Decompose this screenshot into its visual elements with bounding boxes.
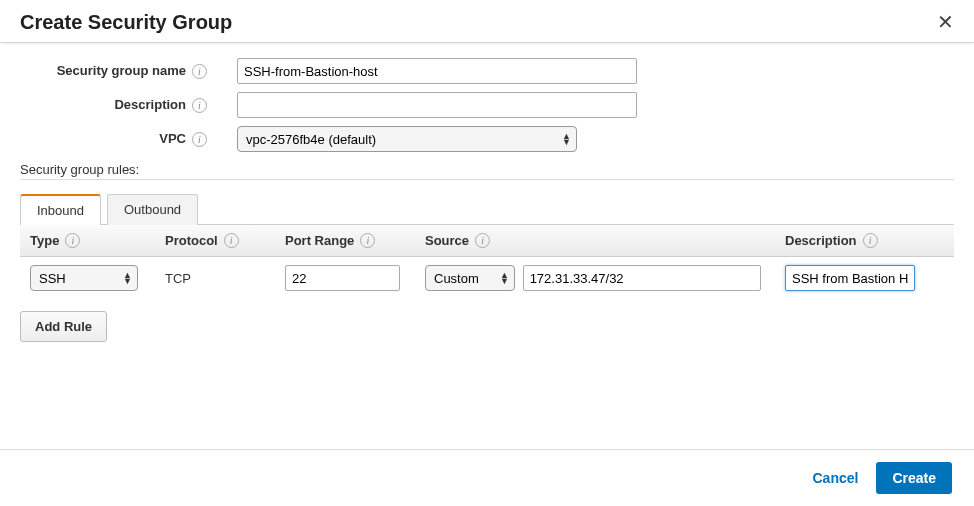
label-sg-name: Security group namei [20,63,215,79]
add-rule-button[interactable]: Add Rule [20,311,107,342]
info-icon[interactable]: i [360,233,375,248]
label-vpc: VPCi [20,131,215,147]
rules-section-label: Security group rules: [20,162,954,177]
dialog-content: Security group namei Descriptioni VPCi v… [0,43,974,449]
info-icon[interactable]: i [192,132,207,147]
info-icon[interactable]: i [224,233,239,248]
dialog-header: Create Security Group ✕ [0,0,974,43]
info-icon[interactable]: i [192,98,207,113]
description-input[interactable] [237,92,637,118]
rules-table: Typei Protocoli Port Rangei Sourcei Desc… [20,224,954,299]
rule-source-type-select[interactable]: Custom [425,265,515,291]
tab-inbound[interactable]: Inbound [20,194,101,225]
th-source: Sourcei [415,225,775,256]
rule-port-input[interactable] [285,265,400,291]
tab-outbound[interactable]: Outbound [107,194,198,225]
vpc-select[interactable]: vpc-2576fb4e (default) [237,126,577,152]
rule-source-input[interactable] [523,265,761,291]
th-protocol: Protocoli [155,225,275,256]
cancel-button[interactable]: Cancel [812,470,858,486]
info-icon[interactable]: i [475,233,490,248]
table-header: Typei Protocoli Port Rangei Sourcei Desc… [20,225,954,257]
info-icon[interactable]: i [65,233,80,248]
create-button[interactable]: Create [876,462,952,494]
th-port-range: Port Rangei [275,225,415,256]
rule-description-input[interactable] [785,265,915,291]
info-icon[interactable]: i [192,64,207,79]
close-icon[interactable]: ✕ [937,10,954,34]
rule-protocol-value: TCP [165,271,191,286]
th-type: Typei [20,225,155,256]
security-group-name-input[interactable] [237,58,637,84]
th-description: Descriptioni [775,225,954,256]
table-row: SSH ▲▼ TCP Custom ▲▼ [20,257,954,299]
dialog-footer: Cancel Create [0,449,974,506]
divider [20,179,954,180]
dialog-title: Create Security Group [20,11,232,34]
label-description: Descriptioni [20,97,215,113]
info-icon[interactable]: i [863,233,878,248]
rule-type-select[interactable]: SSH [30,265,138,291]
rules-tabs: Inbound Outbound [20,194,954,225]
